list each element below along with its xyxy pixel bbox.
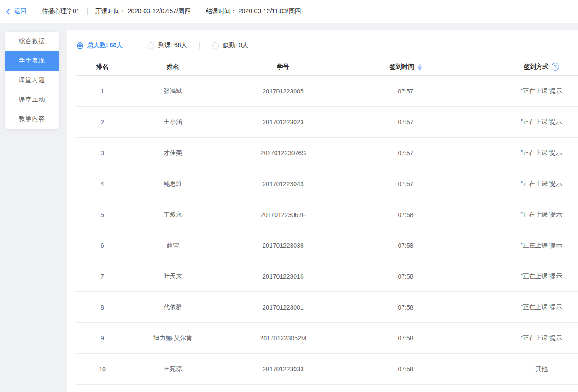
rank-cell: 1 [76,88,129,95]
name-cell: 王小涵 [129,118,217,126]
sidebar-item-teaching-content[interactable]: 教学内容 [5,109,59,129]
course-end-time: 结课时间： 2020-03-12/11:03/周四 [206,7,301,15]
method-cell: "正在上课"提示 [462,334,578,342]
time-cell: 07:58 [349,304,462,311]
table-row: 5 丁叙永 201701223067F 07:58 "正在上课"提示 [76,199,578,230]
method-cell: "正在上课"提示 [462,273,578,280]
radio-selected-icon [77,42,83,49]
rank-cell: 6 [76,242,129,249]
header-student-id: 学号 [217,63,349,71]
sidebar-item-student-performance[interactable]: 学生表现 [5,51,59,71]
method-cell: 其他 [462,365,578,373]
header-checkin-time-label: 签到时间 [390,63,414,71]
table-row: 1 张鸿斌 201701223005 07:57 "正在上课"提示 [76,76,578,107]
student-id-cell: 201701223033 [217,366,349,373]
help-icon[interactable]: ? [552,63,559,71]
student-id-cell: 201701223076S [217,149,349,157]
student-id-cell: 201701223005 [217,88,349,95]
student-id-cell: 201701223016 [217,273,349,280]
filter-divider [199,42,200,49]
header-checkin-time[interactable]: 签到时间 [349,63,462,71]
topbar-divider [198,8,198,15]
time-cell: 07:57 [349,180,462,187]
name-cell: 鲍思维 [129,180,217,188]
attendance-table: 排名 姓名 学号 签到时间 签到方式 ? 1 张鸿斌 201701223005 … [76,58,578,385]
back-chevron-icon [6,9,12,15]
table-row: 7 叶天来 201701223016 07:58 "正在上课"提示 [76,261,578,292]
rank-cell: 4 [76,180,129,187]
sidebar-item-overview[interactable]: 综合数据 [5,32,59,51]
table-row: 2 王小涵 201701223023 07:57 "正在上课"提示 [76,107,578,138]
method-cell: "正在上课"提示 [462,303,578,311]
rank-cell: 5 [76,211,129,218]
method-cell: "正在上课"提示 [462,242,578,250]
attendance-filters: 总人数: 68人 到课: 68人 缺勤: 0人 [77,41,578,50]
topbar-divider [87,8,88,15]
table-row: 6 薛雪 201701223038 07:58 "正在上课"提示 [76,230,578,261]
header-checkin-method: 签到方式 ? [462,63,578,71]
table-row: 3 才佳奕 201701223076S 07:57 "正在上课"提示 [76,138,578,168]
name-cell: 才佳奕 [129,149,217,157]
back-label: 返回 [14,7,26,15]
time-cell: 07:58 [349,211,462,218]
filter-absent-label: 缺勤: 0人 [223,41,248,49]
name-cell: 薛雪 [129,242,217,250]
time-cell: 07:58 [349,273,462,280]
time-cell: 07:58 [349,335,462,342]
header-name: 姓名 [129,63,217,71]
method-cell: "正在上课"提示 [462,118,578,126]
student-id-cell: 201701223043 [217,180,349,187]
student-id-cell: 201701223001 [217,304,349,311]
rank-cell: 7 [76,273,129,280]
filter-total-label: 总人数: 68人 [87,41,123,49]
student-id-cell: 201701223067F [217,211,349,218]
course-title: 传播心理学01 [42,7,80,15]
table-row: 8 代依群 201701223001 07:58 "正在上课"提示 [76,292,578,323]
sort-down-icon [418,67,422,71]
table-body: 1 张鸿斌 201701223005 07:57 "正在上课"提示 2 王小涵 … [76,76,578,385]
student-id-cell: 201701223038 [217,242,349,249]
sort-up-icon [418,63,422,67]
method-cell: "正在上课"提示 [462,180,578,188]
sort-icon[interactable] [418,63,422,71]
time-cell: 07:57 [349,119,462,126]
radio-unselected-icon [212,42,219,49]
back-button[interactable]: 返回 [6,7,26,15]
filter-present-label: 到课: 68人 [158,41,187,49]
rank-cell: 9 [76,335,129,342]
rank-cell: 8 [76,304,129,311]
filter-present[interactable]: 到课: 68人 [148,41,187,49]
radio-unselected-icon [148,42,154,49]
method-cell: "正在上课"提示 [462,87,578,95]
method-cell: "正在上课"提示 [462,149,578,157]
topbar: 返回 传播心理学01 开课时间： 2020-03-12/07:57/周四 结课时… [0,0,578,23]
student-id-cell: 201701223023 [217,119,349,126]
name-cell: 叶天来 [129,273,217,280]
filter-divider [135,42,135,49]
time-cell: 07:57 [349,149,462,157]
sidebar-item-class-interaction[interactable]: 课堂互动 [5,90,59,109]
table-row: 4 鲍思维 201701223043 07:57 "正在上课"提示 [76,168,578,199]
student-id-cell: 201701223052M [217,335,349,342]
header-checkin-method-label: 签到方式 [524,63,548,71]
table-header: 排名 姓名 学号 签到时间 签到方式 ? [76,58,578,76]
time-cell: 07:57 [349,88,462,95]
table-row: 10 匡宛琼 201701223033 07:58 其他 [76,354,578,385]
table-row: 9 迪力娜·艾尔肯 201701223052M 07:58 "正在上课"提示 [76,323,578,354]
name-cell: 迪力娜·艾尔肯 [129,334,217,342]
time-cell: 07:58 [349,366,462,373]
filter-absent[interactable]: 缺勤: 0人 [212,41,248,49]
name-cell: 代依群 [129,303,217,311]
time-cell: 07:58 [349,242,462,249]
method-cell: "正在上课"提示 [462,211,578,219]
name-cell: 丁叙永 [129,211,217,219]
topbar-divider [34,8,34,15]
name-cell: 匡宛琼 [129,365,217,373]
filter-total[interactable]: 总人数: 68人 [77,41,123,49]
rank-cell: 2 [76,119,129,126]
course-start-time: 开课时间： 2020-03-12/07:57/周四 [95,7,190,15]
sidebar: 综合数据 学生表现 课堂习题 课堂互动 教学内容 [5,32,59,129]
main-panel: 总人数: 68人 到课: 68人 缺勤: 0人 排名 姓名 学号 签到时间 [67,30,578,392]
header-rank: 排名 [76,63,129,71]
sidebar-item-class-exercises[interactable]: 课堂习题 [5,71,59,90]
